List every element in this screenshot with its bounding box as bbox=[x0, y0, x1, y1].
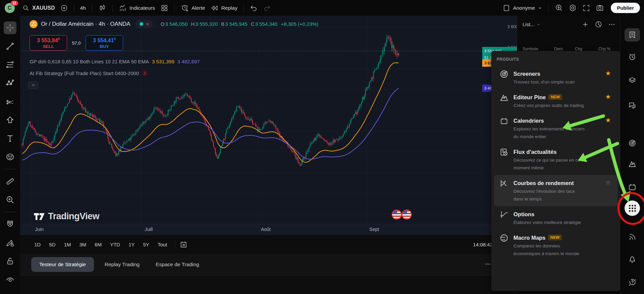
range-1y-button[interactable]: 1Y bbox=[127, 240, 137, 249]
sell-button[interactable]: 3 553,840 SELL bbox=[30, 35, 67, 51]
column-header[interactable]: Chg % bbox=[598, 47, 610, 51]
strategy-legend[interactable]: AI Fib Strategy (Full Trade Plan) Start … bbox=[30, 70, 148, 76]
sidebar-pine-editor-icon[interactable] bbox=[625, 157, 640, 171]
quick-search-icon[interactable] bbox=[552, 2, 566, 13]
compare-add-button[interactable] bbox=[58, 3, 70, 13]
favorite-star-icon[interactable]: ★ bbox=[604, 116, 612, 140]
menu-item-editeur-pine[interactable]: Editeur PineNEWCréez vos propres outils … bbox=[494, 89, 617, 113]
arrow-up-tool[interactable] bbox=[4, 114, 16, 126]
lock-all-tool[interactable] bbox=[4, 255, 16, 268]
trend-line-tool[interactable] bbox=[4, 40, 16, 53]
favorite-star-icon[interactable]: ★ bbox=[604, 93, 612, 109]
month-label[interactable]: Août bbox=[261, 227, 271, 232]
month-label[interactable]: Sept bbox=[369, 227, 379, 232]
menu-item-body: CalendriersExplorez les événements finan… bbox=[513, 116, 603, 140]
symbol-header[interactable]: Or / Dollar Américain · 4h · OANDA ≈ O3 … bbox=[30, 20, 318, 28]
range-ytd-button[interactable]: YTD bbox=[108, 240, 122, 249]
chart-style-button[interactable] bbox=[96, 3, 109, 13]
crosshair-tool[interactable] bbox=[4, 21, 16, 34]
sidebar-screener-icon[interactable] bbox=[625, 136, 640, 150]
month-label[interactable]: Juill bbox=[145, 227, 153, 232]
screenshot-camera-icon[interactable] bbox=[593, 2, 607, 13]
menu-item-macro-maps[interactable]: Macro MapsNEWComparez les données économ… bbox=[494, 230, 617, 261]
text-tool[interactable] bbox=[4, 132, 16, 145]
sidebar-alerts-icon[interactable] bbox=[625, 50, 640, 64]
magnet-tool[interactable] bbox=[4, 218, 16, 231]
range-1d-button[interactable]: 1D bbox=[32, 240, 43, 249]
sidebar-notifications-icon[interactable] bbox=[625, 252, 640, 266]
sidebar-calendar-icon[interactable] bbox=[625, 180, 640, 194]
add-symbol-icon[interactable] bbox=[582, 21, 589, 28]
account-menu[interactable]: Anonyme bbox=[510, 4, 545, 12]
zoom-in-tool[interactable] bbox=[4, 193, 16, 206]
templates-button[interactable] bbox=[158, 3, 171, 13]
right-sidebar bbox=[620, 16, 644, 294]
month-label[interactable]: Juin bbox=[35, 227, 44, 232]
sidebar-watchlist-icon[interactable] bbox=[625, 28, 640, 42]
economic-event-us-flag-icon[interactable] bbox=[392, 210, 402, 220]
replay-icon bbox=[210, 4, 218, 12]
forecast-tool[interactable] bbox=[4, 95, 16, 108]
ruler-tool[interactable] bbox=[4, 175, 16, 188]
replay-button[interactable]: Replay bbox=[208, 3, 240, 13]
market-status-pill[interactable]: ≈ bbox=[136, 20, 152, 28]
go-to-date-icon[interactable] bbox=[179, 240, 188, 249]
tab-testeur-de-strat-gie[interactable]: Testeur de Stratégie bbox=[31, 257, 94, 272]
range-3m-button[interactable]: 3M bbox=[77, 240, 88, 249]
tab-espace-de-trading[interactable]: Espace de Trading bbox=[156, 261, 199, 268]
range-tout-button[interactable]: Tout bbox=[156, 240, 169, 249]
time-axis[interactable]: JuinJuillAoûtSept bbox=[20, 224, 517, 235]
range-5y-button[interactable]: 5Y bbox=[141, 240, 151, 249]
menu-item-courbes-de-rendement[interactable]: Courbes de rendementDécouvrez l'évolutio… bbox=[494, 175, 617, 206]
alert-button[interactable]: Alerte bbox=[178, 3, 208, 13]
favorite-star-icon[interactable]: ☆ bbox=[604, 179, 612, 203]
warning-icon[interactable]: ! bbox=[142, 70, 148, 76]
range-5d-button[interactable]: 5D bbox=[47, 240, 57, 249]
user-avatar[interactable]: C 11 bbox=[5, 3, 15, 13]
market-open-dot-icon bbox=[140, 22, 143, 26]
indicator-legend[interactable]: GP dsh 0,618 0,65 10 Both Lines 10 21 EM… bbox=[30, 59, 200, 64]
layout-icon[interactable] bbox=[502, 4, 510, 12]
emoji-tool[interactable] bbox=[4, 151, 16, 163]
interval-button[interactable]: 4h bbox=[78, 4, 89, 12]
fullscreen-icon[interactable] bbox=[580, 3, 593, 13]
pie-chart-icon[interactable] bbox=[595, 20, 602, 28]
menu-item-screeners[interactable]: ScreenersTrouvez tout, d'un simple scan★ bbox=[494, 66, 617, 89]
menu-item-options[interactable]: OptionsÉlaborez votre meilleure stratégi… bbox=[494, 206, 617, 230]
indicators-button[interactable]: Indicateurs bbox=[116, 3, 158, 13]
range-1m-button[interactable]: 1M bbox=[62, 240, 73, 249]
alert-clock-icon bbox=[181, 4, 189, 12]
publish-button[interactable]: Publier bbox=[611, 3, 640, 13]
column-header[interactable]: Chg bbox=[575, 47, 582, 51]
column-header[interactable]: Dern bbox=[554, 47, 563, 51]
economic-event-us-flag-icon[interactable] bbox=[402, 210, 412, 220]
sidebar-apps-grid-icon[interactable] bbox=[625, 201, 640, 215]
globe-icon bbox=[499, 233, 509, 243]
menu-item-flux-d-actualit-s[interactable]: Flux d'actualitésDécouvrez ce qui se pas… bbox=[494, 144, 617, 175]
column-header[interactable]: Symbole bbox=[523, 47, 538, 51]
tab-replay-trading[interactable]: Replay Trading bbox=[105, 261, 140, 268]
menu-item-calendriers[interactable]: CalendriersExplorez les événements finan… bbox=[494, 113, 617, 144]
favorite-star-icon[interactable]: ★ bbox=[604, 69, 612, 86]
collapse-legend-button[interactable] bbox=[28, 81, 38, 89]
session-clock[interactable]: 14:08:42 bbox=[473, 242, 493, 247]
more-options-icon[interactable] bbox=[608, 21, 615, 28]
new-badge: NEW bbox=[548, 235, 562, 240]
undo-button[interactable] bbox=[247, 3, 260, 13]
tradingview-logo[interactable]: TradingView bbox=[34, 211, 99, 222]
symbol-search-button[interactable]: XAUUSD bbox=[19, 3, 58, 13]
sidebar-object-tree-icon[interactable] bbox=[625, 73, 640, 87]
xabcd-pattern-tool[interactable] bbox=[4, 77, 16, 90]
settings-gear-icon[interactable] bbox=[566, 2, 580, 13]
sidebar-broadcast-icon[interactable] bbox=[625, 230, 640, 243]
fib-retracement-tool[interactable] bbox=[4, 58, 16, 71]
eye-tool[interactable] bbox=[4, 273, 16, 286]
sidebar-chat-icon[interactable] bbox=[625, 99, 640, 112]
buy-button[interactable]: 3 554,410 BUY bbox=[86, 35, 123, 51]
draw-lock-tool[interactable] bbox=[4, 236, 16, 249]
range-6m-button[interactable]: 6M bbox=[93, 240, 104, 249]
minimize-panel-button[interactable]: — bbox=[485, 260, 491, 267]
redo-button[interactable] bbox=[260, 3, 274, 13]
sidebar-help-icon[interactable] bbox=[625, 276, 640, 289]
watchlist-selector[interactable]: List... bbox=[523, 21, 541, 27]
